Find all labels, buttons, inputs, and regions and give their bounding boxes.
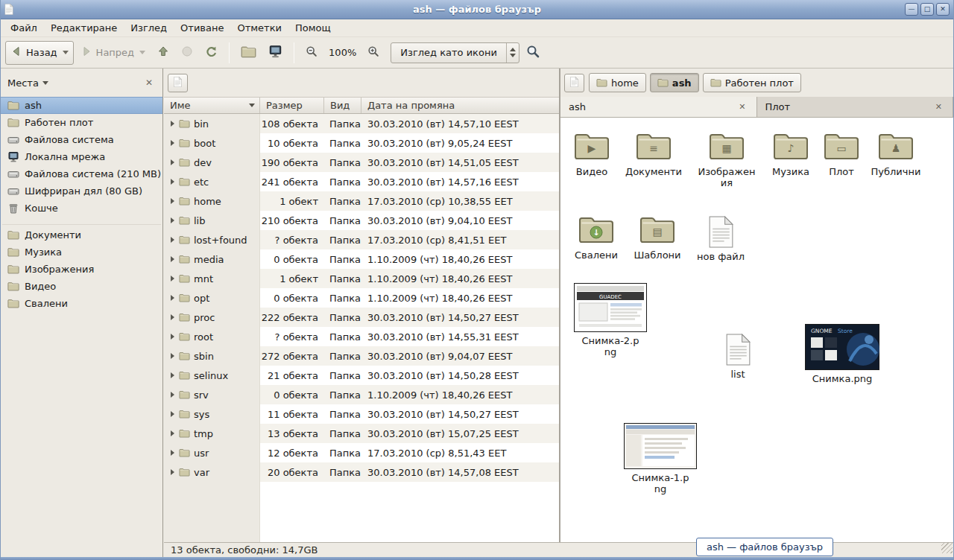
expander-icon[interactable] [171, 217, 174, 223]
sidebar-item-network[interactable]: Локална мрежа [1, 148, 162, 165]
forward-button[interactable]: Напред [75, 41, 151, 65]
expander-icon[interactable] [171, 179, 174, 185]
expander-icon[interactable] [171, 121, 174, 127]
expander-icon[interactable] [171, 392, 174, 398]
tab-ash[interactable]: ash✕ [560, 97, 757, 117]
menu-file[interactable]: Файл [4, 20, 44, 36]
expander-icon[interactable] [171, 353, 174, 359]
file-icon-templates[interactable]: ▤Шаблони [626, 214, 689, 261]
taskbar-window-button[interactable]: ash — файлов браузър [696, 538, 833, 556]
file-icon-desktop[interactable]: ▭Плот [810, 131, 873, 178]
file-icon-videos[interactable]: ▶Видео [560, 131, 623, 178]
home-button[interactable] [236, 41, 262, 65]
table-row[interactable]: sbin 272 обекта Папка 30.03.2010 (вт) 9,… [164, 346, 559, 366]
breadcrumb-desktop[interactable]: Работен плот [703, 73, 801, 92]
expander-icon[interactable] [171, 314, 174, 320]
table-row[interactable]: tmp 13 обекта Папка 30.03.2010 (вт) 15,0… [164, 424, 559, 443]
places-selector[interactable]: Места [7, 77, 48, 89]
breadcrumb-home[interactable]: home [589, 73, 646, 92]
column-header-size[interactable]: Размер [260, 98, 324, 113]
table-row[interactable]: usr 12 обекта Папка 17.03.2010 (ср) 8,51… [164, 443, 559, 462]
resize-grip[interactable] [941, 542, 953, 553]
sidebar-item-music[interactable]: Музика [1, 244, 162, 261]
table-row[interactable]: opt 0 обекта Папка 1.10.2009 (чт) 18,40,… [164, 288, 559, 308]
stop-button[interactable] [176, 41, 198, 65]
location-toggle-button[interactable] [564, 74, 584, 92]
table-row[interactable]: bin 108 обекта Папка 30.03.2010 (вт) 14,… [164, 114, 559, 133]
sidebar-item-filesystem-210[interactable]: Файлова система (210 MB) [1, 165, 162, 182]
sidebar-item-videos[interactable]: Видео [1, 278, 162, 295]
table-row[interactable]: dev 190 обекта Папка 30.03.2010 (вт) 14,… [164, 153, 559, 172]
table-row[interactable]: boot 10 обекта Папка 30.03.2010 (вт) 9,0… [164, 133, 559, 153]
expander-icon[interactable] [171, 295, 174, 301]
table-row[interactable]: root ? обекта Папка 30.03.2010 (вт) 14,5… [164, 327, 559, 346]
sidebar-item-documents[interactable]: Документи [1, 226, 162, 244]
title-bar[interactable]: ash — файлов браузър — □ ✕ [1, 0, 953, 19]
breadcrumb-ash[interactable]: ash [650, 73, 699, 92]
expander-icon[interactable] [171, 411, 174, 417]
zoom-out-button[interactable] [300, 41, 323, 65]
view-mode-select[interactable]: Изглед като икони [391, 42, 519, 63]
column-header-type[interactable]: Вид [324, 98, 361, 113]
file-icon-pictures[interactable]: ▦Изображения [695, 131, 758, 189]
table-row[interactable]: proc 222 обекта Папка 30.03.2010 (вт) 14… [164, 308, 559, 327]
menu-bookmarks[interactable]: Отметки [230, 20, 288, 36]
file-icon-snimka-2[interactable]: GUADECСнимка-2.png [574, 283, 647, 358]
table-row[interactable]: var 20 обекта Папка 30.03.2010 (вт) 14,5… [164, 462, 559, 482]
column-header-date[interactable]: Дата на промяна [361, 98, 559, 113]
file-icon-downloads[interactable]: ↓Свалени [565, 214, 628, 261]
sidebar-item-ash[interactable]: ash [1, 97, 162, 114]
table-row[interactable]: etc 241 обекта Папка 30.03.2010 (вт) 14,… [164, 172, 559, 191]
expander-icon[interactable] [171, 372, 174, 378]
sidebar-item-pictures[interactable]: Изображения [1, 261, 162, 278]
table-row[interactable]: sys 11 обекта Папка 30.03.2010 (вт) 14,5… [164, 404, 559, 424]
expander-icon[interactable] [171, 450, 174, 456]
table-row[interactable]: home 1 обект Папка 17.03.2010 (ср) 10,38… [164, 191, 559, 211]
location-toggle-button[interactable] [168, 74, 188, 92]
expander-icon[interactable] [171, 198, 174, 204]
expander-icon[interactable] [171, 276, 174, 281]
menu-view[interactable]: Изглед [124, 20, 174, 36]
expander-icon[interactable] [171, 256, 174, 262]
table-row[interactable]: srv 0 обекта Папка 1.10.2009 (чт) 18,40,… [164, 385, 559, 404]
table-row[interactable]: lib 210 обекта Папка 30.03.2010 (вт) 9,0… [164, 211, 559, 230]
expander-icon[interactable] [171, 334, 174, 340]
file-icon-public[interactable]: ♟Публични [865, 131, 927, 178]
view-mode-spinner[interactable] [506, 43, 519, 63]
file-icon-list[interactable]: list [707, 334, 769, 381]
menu-help[interactable]: Помощ [288, 20, 338, 36]
search-button[interactable] [521, 41, 545, 65]
tab-plot[interactable]: Плот✕ [757, 97, 954, 117]
back-dropdown-icon[interactable] [63, 51, 69, 54]
up-button[interactable] [152, 41, 174, 65]
table-row[interactable]: media 0 обекта Папка 1.10.2009 (чт) 18,4… [164, 249, 559, 269]
close-button[interactable]: ✕ [936, 3, 950, 16]
file-icon-new-file[interactable]: нов файл [689, 216, 752, 263]
reload-button[interactable] [200, 41, 223, 65]
expander-icon[interactable] [171, 159, 174, 165]
back-button[interactable]: Назад [5, 41, 74, 65]
tab-close-icon[interactable]: ✕ [933, 101, 944, 112]
tab-close-icon[interactable]: ✕ [736, 101, 748, 112]
zoom-in-button[interactable] [362, 41, 385, 65]
sidebar-item-trash[interactable]: Кошче [1, 200, 162, 217]
sidebar-close-icon[interactable]: ✕ [142, 76, 156, 89]
table-row[interactable]: selinux 21 обекта Папка 30.03.2010 (вт) … [164, 366, 559, 385]
maximize-button[interactable]: □ [920, 3, 934, 16]
expander-icon[interactable] [171, 469, 174, 475]
file-icon-documents[interactable]: ≡Документи [622, 131, 685, 178]
sidebar-item-encrypted-80[interactable]: Шифриран дял (80 GB) [1, 182, 162, 200]
file-icon-snimka[interactable]: GNOMEStoreСнимка.png [805, 324, 879, 385]
menu-go[interactable]: Отиване [174, 20, 230, 36]
minimize-button[interactable]: — [905, 3, 918, 16]
sidebar-item-downloads[interactable]: Свалени [1, 295, 162, 312]
expander-icon[interactable] [171, 430, 174, 436]
sidebar-item-desktop[interactable]: Работен плот [1, 114, 162, 131]
icon-view-canvas[interactable]: ▶Видео≡Документи▦Изображения♪Музика▭Плот… [560, 118, 953, 542]
expander-icon[interactable] [171, 237, 174, 243]
table-row[interactable]: mnt 1 обект Папка 1.10.2009 (чт) 18,40,2… [164, 269, 559, 288]
expander-icon[interactable] [171, 140, 174, 146]
menu-edit[interactable]: Редактиране [44, 20, 124, 36]
table-row[interactable]: lost+found ? обекта Папка 17.03.2010 (ср… [164, 230, 559, 249]
sidebar-item-filesystem[interactable]: Файлова система [1, 131, 162, 148]
